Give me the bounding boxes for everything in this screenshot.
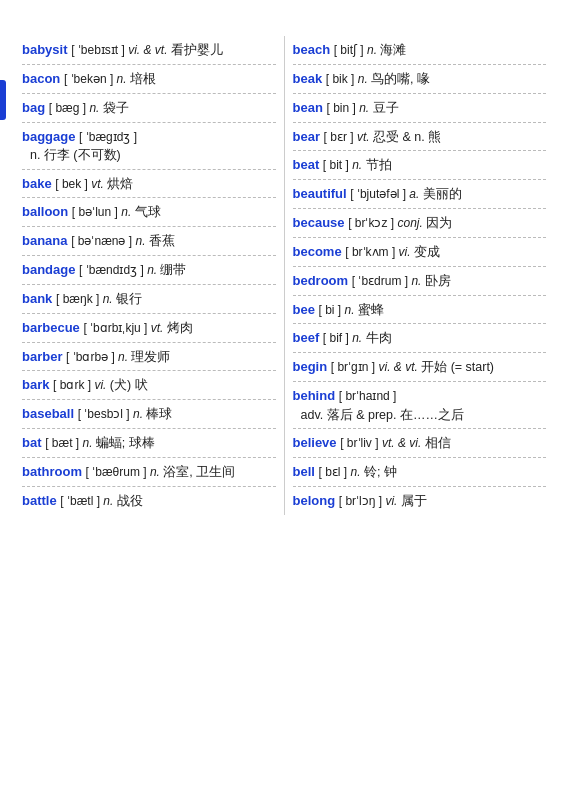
entry-phonetic: [ bi ]: [319, 303, 345, 317]
entry-phonetic: [ ˈbæθrum ]: [86, 465, 150, 479]
entry-pos: n.: [103, 494, 116, 508]
entry-babysit: babysit [ ˈbebɪsɪt ] vi. & vt. 看护婴儿: [22, 36, 276, 65]
entry-bank: bank [ bæŋk ] n. 银行: [22, 285, 276, 314]
entry-def: 铃; 钟: [364, 465, 397, 479]
entry-baggage: baggage [ ˈbægɪdʒ ]n. 行李 (不可数): [22, 123, 276, 170]
entry-word: bark: [22, 377, 53, 392]
entry-word: bell: [293, 464, 319, 479]
entry-phonetic: [ bitʃ ]: [334, 43, 367, 57]
page-header: [0, 0, 564, 28]
entry-def: 绷带: [160, 263, 186, 277]
entry-extra: n. 行李 (不可数): [22, 146, 276, 164]
entry-pos: vi. & vt.: [128, 43, 171, 57]
entry-word: bandage: [22, 262, 79, 277]
entry-belong: belong [ brˈlɔŋ ] vi. 属于: [293, 487, 547, 515]
entry-def: 海滩: [380, 43, 406, 57]
entry-pos: n.: [103, 292, 116, 306]
entry-pos: n.: [411, 274, 424, 288]
entry-phonetic: [ bəˈnænə ]: [71, 234, 135, 248]
entry-pos: vi.: [385, 494, 400, 508]
entry-bee: bee [ bi ] n. 蜜蜂: [293, 296, 547, 325]
entry-baseball: baseball [ ˈbesbɔl ] n. 棒球: [22, 400, 276, 429]
entry-pos: n.: [352, 158, 365, 172]
entry-pos: vt.: [151, 321, 167, 335]
entry-word: barbecue: [22, 320, 83, 335]
entry-pos: vt.: [357, 130, 373, 144]
entry-phonetic: [ ˈbɛdrum ]: [352, 274, 412, 288]
entry-def: 美丽的: [423, 187, 462, 201]
entry-def: 气球: [135, 205, 161, 219]
entry-phonetic: [ ˈbægɪdʒ ]: [79, 130, 137, 144]
entry-phonetic: [ bɛl ]: [319, 465, 351, 479]
entry-pos: n.: [147, 263, 160, 277]
entry-word: bag: [22, 100, 49, 115]
entry-def: 牛肉: [366, 331, 392, 345]
entry-beat: beat [ bit ] n. 节拍: [293, 151, 547, 180]
entry-word: bean: [293, 100, 327, 115]
entry-bag: bag [ bæg ] n. 袋子: [22, 94, 276, 123]
entry-word: bathroom: [22, 464, 86, 479]
entry-balloon: balloon [ bəˈlun ] n. 气球: [22, 198, 276, 227]
entry-def: 蝙蝠; 球棒: [96, 436, 155, 450]
entry-phonetic: [ ˈbesbɔl ]: [78, 407, 133, 421]
entry-word: beat: [293, 157, 323, 172]
entry-pos: n.: [117, 72, 130, 86]
entry-word: begin: [293, 359, 331, 374]
entry-phonetic: [ ˈbɑrbə ]: [66, 350, 118, 364]
entry-def: 相信: [425, 436, 451, 450]
entry-def: 烤肉: [167, 321, 193, 335]
entry-phonetic: [ bek ]: [55, 177, 91, 191]
entry-phonetic: [ ˈbekən ]: [64, 72, 117, 86]
entry-bat: bat [ bæt ] n. 蝙蝠; 球棒: [22, 429, 276, 458]
entry-phonetic: [ brˈkʌm ]: [345, 245, 398, 259]
entry-def: 香蕉: [149, 234, 175, 248]
entry-bean: bean [ bin ] n. 豆子: [293, 94, 547, 123]
entry-word: balloon: [22, 204, 72, 219]
entry-def: 蜜蜂: [358, 303, 384, 317]
entry-believe: believe [ brˈliv ] vt. & vi. 相信: [293, 429, 547, 458]
entry-def: 忍受 & n. 熊: [373, 130, 441, 144]
entry-word: behind: [293, 388, 339, 403]
entry-barbecue: barbecue [ ˈbɑrbɪˌkju ] vt. 烤肉: [22, 314, 276, 343]
entry-beak: beak [ bik ] n. 鸟的嘴, 喙: [293, 65, 547, 94]
entry-def: 战役: [117, 494, 143, 508]
entry-pos: vi. & vt.: [378, 360, 421, 374]
entry-word: beautiful: [293, 186, 351, 201]
entry-phonetic: [ bin ]: [326, 101, 359, 115]
entry-pos: n.: [345, 303, 358, 317]
entry-phonetic: [ bif ]: [323, 331, 352, 345]
entry-def: 棒球: [146, 407, 172, 421]
entry-def: 理发师: [131, 350, 170, 364]
entry-pos: a.: [409, 187, 422, 201]
entry-word: because: [293, 215, 349, 230]
entry-def: 鸟的嘴, 喙: [371, 72, 430, 86]
entry-bear: bear [ bɛr ] vt. 忍受 & n. 熊: [293, 123, 547, 152]
entry-pos: n.: [352, 331, 365, 345]
dictionary-columns: babysit [ ˈbebɪsɪt ] vi. & vt. 看护婴儿bacon…: [0, 28, 564, 523]
entry-pos: n.: [121, 205, 134, 219]
entry-phonetic: [ bəˈlun ]: [72, 205, 121, 219]
left-column: babysit [ ˈbebɪsɪt ] vi. & vt. 看护婴儿bacon…: [22, 36, 284, 515]
entry-pos: conj.: [398, 216, 427, 230]
entry-beach: beach [ bitʃ ] n. 海滩: [293, 36, 547, 65]
entry-def: 豆子: [373, 101, 399, 115]
entry-def: 看护婴儿: [171, 43, 223, 57]
entry-def: 开始 (= start): [421, 360, 494, 374]
entry-def: 卧房: [425, 274, 451, 288]
entry-pos: n.: [367, 43, 380, 57]
entry-pos: n.: [89, 101, 102, 115]
entry-bandage: bandage [ ˈbændɪdʒ ] n. 绷带: [22, 256, 276, 285]
entry-word: barber: [22, 349, 66, 364]
entry-behind: behind [ brˈhaɪnd ]adv. 落后 & prep. 在……之后: [293, 382, 547, 429]
entry-pos: vt. & vi.: [382, 436, 425, 450]
entry-pos: vi.: [94, 378, 109, 392]
entry-pos: n.: [351, 465, 364, 479]
entry-phonetic: [ ˈbebɪsɪt ]: [71, 43, 128, 57]
entry-phonetic: [ ˈbjutəfəl ]: [350, 187, 409, 201]
entry-def: 变成: [414, 245, 440, 259]
entry-pos: n.: [358, 72, 371, 86]
entry-def: 节拍: [366, 158, 392, 172]
entry-phonetic: [ bik ]: [326, 72, 358, 86]
entry-word: bat: [22, 435, 45, 450]
entry-phonetic: [ brˈhaɪnd ]: [339, 389, 397, 403]
